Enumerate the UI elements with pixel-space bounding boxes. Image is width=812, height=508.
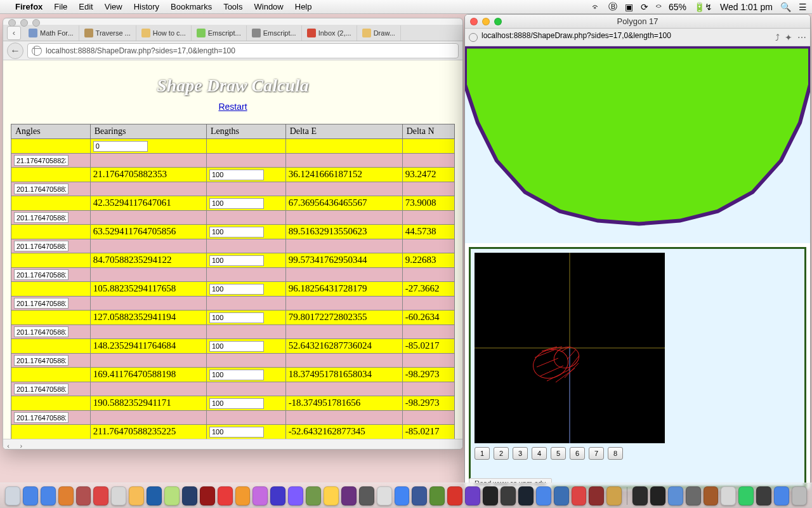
dock-app-icon[interactable]: [412, 486, 427, 505]
dock-app-icon[interactable]: [252, 486, 268, 505]
display-icon[interactable]: ▣: [625, 2, 633, 12]
restart-link[interactable]: Restart: [218, 102, 247, 112]
dock-app-icon[interactable]: [632, 486, 648, 505]
dock-app-icon[interactable]: [589, 486, 604, 505]
dock-app-icon[interactable]: [306, 486, 321, 505]
frame-button-4[interactable]: 4: [532, 447, 547, 460]
dock-app-icon[interactable]: [76, 486, 91, 505]
length-input[interactable]: [209, 227, 264, 237]
b-icon[interactable]: Ⓑ: [608, 1, 617, 13]
dock-app-icon[interactable]: [129, 486, 144, 505]
menu-window[interactable]: Window: [254, 2, 284, 11]
dock-app-icon[interactable]: [668, 486, 683, 505]
browser-tab[interactable]: Traverse ...: [79, 25, 136, 41]
angle-input[interactable]: [14, 412, 69, 423]
dock-app-icon[interactable]: [518, 486, 534, 505]
dock-app-icon[interactable]: [111, 486, 126, 505]
browser-tab[interactable]: Math For...: [23, 25, 79, 41]
dock-app-icon[interactable]: [554, 486, 569, 505]
frame-button-1[interactable]: 1: [475, 447, 490, 460]
dock-app-icon[interactable]: [756, 486, 771, 505]
angle-input[interactable]: [14, 384, 69, 394]
menu-tools[interactable]: Tools: [223, 2, 242, 11]
length-input[interactable]: [209, 284, 264, 295]
wifi-icon[interactable]: ᯤ: [592, 2, 601, 12]
frame-button-3[interactable]: 3: [513, 447, 528, 460]
render-viewport[interactable]: [475, 253, 665, 443]
length-input[interactable]: [209, 312, 264, 323]
angle-input[interactable]: [14, 184, 69, 194]
length-input[interactable]: [209, 341, 264, 352]
menu-help[interactable]: Help: [295, 2, 312, 11]
angle-input[interactable]: [14, 155, 69, 166]
dock-app-icon[interactable]: [218, 486, 233, 505]
dock-app-icon[interactable]: [501, 486, 516, 505]
scroll-right-icon[interactable]: ›: [16, 441, 26, 450]
notifications-icon[interactable]: ☰: [799, 2, 807, 12]
length-input[interactable]: [209, 370, 264, 380]
dock-app-icon[interactable]: [395, 486, 410, 505]
dock-app-icon[interactable]: [182, 486, 197, 505]
dock-app-icon[interactable]: [465, 486, 480, 505]
dock-app-icon[interactable]: [429, 486, 445, 505]
scroll-left-icon[interactable]: ‹: [3, 441, 13, 450]
menu-history[interactable]: History: [134, 2, 159, 11]
dock-app-icon[interactable]: [359, 486, 374, 505]
menu-file[interactable]: File: [54, 2, 67, 11]
dock-app-icon[interactable]: [650, 486, 665, 505]
menu-bookmarks[interactable]: Bookmarks: [171, 2, 212, 11]
frame-button-7[interactable]: 7: [589, 447, 604, 460]
angle-input[interactable]: [14, 212, 69, 223]
dock-app-icon[interactable]: [235, 486, 251, 505]
menu-edit[interactable]: Edit: [79, 2, 93, 11]
length-input[interactable]: [209, 170, 264, 180]
frame-button-8[interactable]: 8: [608, 447, 623, 460]
dock-app-icon[interactable]: [792, 486, 807, 505]
secondary-url-input[interactable]: localhost:8888/ShapeDraw.php?sides=17,0&…: [481, 31, 771, 44]
dock-app-icon[interactable]: [23, 486, 38, 505]
clock[interactable]: Wed 1:01 pm: [720, 2, 773, 12]
dock-app-icon[interactable]: [41, 486, 56, 505]
dock-app-icon[interactable]: [58, 486, 74, 505]
bookmark-icon[interactable]: ✦: [785, 32, 792, 43]
length-input[interactable]: [209, 427, 264, 438]
frame-button-2[interactable]: 2: [494, 447, 509, 460]
dock-app-icon[interactable]: [324, 486, 339, 505]
dock-app-icon[interactable]: [721, 486, 736, 505]
length-input[interactable]: [209, 255, 264, 266]
browser-tab[interactable]: Inbox (2,...: [302, 25, 357, 41]
dock-app-icon[interactable]: [704, 486, 719, 505]
dock-app-icon[interactable]: [738, 486, 754, 505]
battery-icon[interactable]: 🔋↯: [694, 2, 712, 12]
dock-app-icon[interactable]: [606, 486, 622, 505]
sync-icon[interactable]: ⟳: [641, 2, 648, 12]
reader-icon[interactable]: ⤴︎: [775, 32, 780, 43]
nav-back-button[interactable]: ←: [7, 43, 23, 59]
menu-view[interactable]: View: [105, 2, 122, 11]
dock-app-icon[interactable]: [147, 486, 162, 505]
browser-tab[interactable]: Emscript...: [192, 25, 247, 41]
dock-app-icon[interactable]: [341, 486, 357, 505]
angle-input[interactable]: [14, 355, 69, 366]
dock-app-icon[interactable]: [686, 486, 701, 505]
length-input[interactable]: [209, 398, 264, 409]
frame-button-5[interactable]: 5: [551, 447, 566, 460]
tab-back-button[interactable]: ‹: [7, 26, 21, 40]
browser-tab[interactable]: How to c...: [136, 25, 192, 41]
dock-app-icon[interactable]: [377, 486, 392, 505]
menubar-app[interactable]: Firefox: [15, 2, 43, 11]
spotlight-icon[interactable]: 🔍: [780, 2, 791, 12]
dock-app-icon[interactable]: [164, 486, 180, 505]
bearing-input[interactable]: [93, 141, 148, 152]
angle-input[interactable]: [14, 241, 69, 251]
dock-app-icon[interactable]: [270, 486, 285, 505]
more-icon[interactable]: ⋯: [797, 32, 806, 43]
dock-app-icon[interactable]: [774, 486, 789, 505]
angle-input[interactable]: [14, 326, 69, 337]
dock-app-icon[interactable]: [288, 486, 303, 505]
dock-app-icon[interactable]: [447, 486, 462, 505]
angle-input[interactable]: [14, 269, 69, 280]
dock-app-icon[interactable]: [5, 486, 20, 505]
wifi2-icon[interactable]: ⌔: [656, 2, 661, 12]
url-input[interactable]: localhost:8888/ShapeDraw.php?sides=17,0&…: [27, 43, 459, 58]
